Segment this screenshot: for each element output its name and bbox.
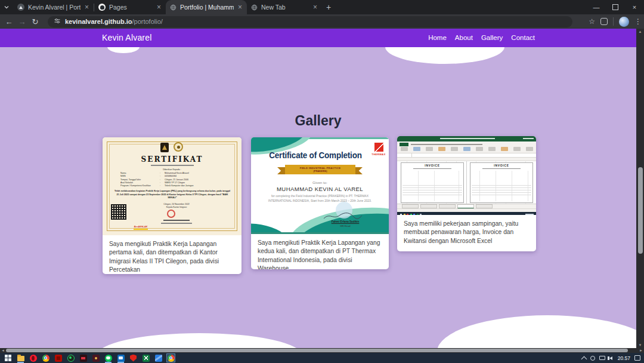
antivirus-shield-icon[interactable] — [129, 354, 137, 362]
maximize-button[interactable] — [606, 0, 625, 14]
dark-red-app-icon[interactable] — [79, 354, 87, 362]
thermax-logo-icon — [374, 143, 383, 152]
certificate-title: SERTIFIKAT — [103, 155, 242, 164]
certificate-given-label: Diberikan Kepada : — [103, 168, 242, 171]
site-nav: Home About Gallery Contact — [428, 34, 535, 41]
certificate-body-text: for completing the Field Industrial Prac… — [259, 194, 380, 203]
gallery-section-title: Gallery — [0, 113, 636, 129]
invoice-table-left: INVOICE — [401, 162, 464, 203]
scroll-left-arrow-icon[interactable]: ◄ — [1, 348, 5, 353]
certificate-body-text: Telah melaksanakan kegiatan Praktik Kerj… — [114, 190, 231, 200]
forward-button[interactable]: → — [16, 15, 29, 28]
nav-link-gallery[interactable]: Gallery — [481, 34, 503, 41]
certificate-signer-title: Kepala Kantor Imigrasi — [141, 206, 212, 208]
new-tab-button[interactable]: + — [322, 0, 335, 14]
vscode-icon[interactable] — [154, 354, 162, 362]
nav-link-contact[interactable]: Contact — [511, 34, 535, 41]
excel-screenshot-image[interactable]: INVOICE INVOICE — [397, 136, 536, 215]
berakhlak-logo: BerAKHLAK — [134, 225, 148, 230]
invoice-rows-placeholder — [472, 171, 531, 201]
close-window-button[interactable]: × — [625, 0, 644, 14]
site-brand[interactable]: Kevin Alvarel — [102, 33, 152, 42]
action-center-icon[interactable] — [634, 355, 640, 361]
kemenkumham-logo — [152, 225, 169, 230]
scroll-up-arrow-icon[interactable]: ▲ — [636, 30, 644, 33]
file-explorer-icon[interactable] — [17, 354, 24, 362]
tab-close-icon[interactable]: × — [237, 4, 243, 11]
certificate-thermax-image[interactable]: THERMAX Certificate of Completion FIELD … — [251, 137, 389, 234]
tab-close-icon[interactable]: × — [156, 4, 162, 11]
tab-close-icon[interactable]: × — [84, 4, 89, 11]
tab-favicon-portfolio-icon — [17, 4, 24, 11]
card-caption: Saya mengikuti Praktik Kerja Lapangan ya… — [251, 234, 389, 269]
back-button[interactable]: ← — [2, 15, 16, 28]
profile-avatar[interactable] — [619, 17, 629, 27]
tab-search-chevron-icon[interactable] — [0, 0, 13, 14]
globe-favicon-icon — [170, 4, 177, 11]
windows-start-icon[interactable] — [4, 354, 12, 362]
tab-new-tab[interactable]: New Tab × — [247, 0, 322, 14]
certificate-title: Certificate of Completion — [261, 150, 370, 160]
bottom-wave-hill — [97, 333, 302, 348]
tab-github-pages[interactable]: Pages × — [94, 0, 166, 14]
volume-icon[interactable] — [609, 356, 612, 360]
horizontal-scrollbar-thumb[interactable] — [6, 349, 628, 352]
adobe-app-icon[interactable] — [54, 354, 62, 362]
excel-title-bar — [397, 136, 536, 141]
cert-bottom-strip — [251, 232, 389, 234]
bookmark-star-icon[interactable]: ☆ — [589, 18, 595, 25]
horizontal-scrollbar[interactable]: ◄ ► — [0, 348, 644, 353]
signer-name: Fahmi Erfana Sadikin — [321, 220, 369, 223]
gold-banner: FIELD INDUSTRIAL PRACTICE (PRAKERIN) — [285, 165, 355, 174]
tab-close-icon[interactable]: × — [312, 4, 318, 11]
nav-link-home[interactable]: Home — [428, 34, 447, 41]
certificate-imigrasi-image[interactable]: SERTIFIKAT Diberikan Kepada : Nama:Muham… — [103, 137, 242, 235]
vertical-scrollbar-thumb[interactable] — [638, 167, 643, 254]
excel-app-icon[interactable] — [142, 354, 150, 362]
mail-app-icon[interactable] — [117, 354, 125, 362]
browser-menu-icon[interactable]: ⋮ — [634, 18, 642, 25]
banner-line2: (PRAKERIN) — [314, 170, 327, 173]
bottom-wave-hill — [437, 315, 636, 348]
minimize-button[interactable]: — — [587, 0, 606, 14]
card-caption: Saya mengikuti Praktik Kerja Lapangan pe… — [103, 235, 242, 274]
tray-expand-chevron-icon[interactable] — [581, 356, 587, 362]
address-bar[interactable]: kevinalvarel.github.io/portofolio/ — [48, 16, 572, 27]
toolbar-right-icons: ☆ ⋮ — [589, 14, 642, 29]
whatsapp-icon[interactable] — [67, 354, 75, 362]
certificate-fields: Nama:Muhammad Kevin Alvarel NISN:0056860… — [120, 172, 194, 188]
extensions-icon[interactable] — [600, 18, 608, 25]
informasi-hukum-logo — [173, 225, 190, 230]
browser-toolbar: ← → ↻ kevinalvarel.github.io/portofolio/ — [0, 14, 644, 29]
tray-app-icon[interactable] — [590, 356, 595, 361]
excel-grid: INVOICE INVOICE — [397, 161, 536, 204]
ministry-emblem-icon — [174, 142, 183, 152]
opera-icon[interactable] — [29, 354, 37, 362]
site-settings-icon[interactable] — [54, 16, 61, 27]
reload-button[interactable]: ↻ — [29, 15, 42, 28]
chrome-icon[interactable] — [42, 354, 49, 362]
url-host: kevinalvarel.github.io — [65, 18, 132, 25]
network-icon[interactable] — [599, 356, 605, 360]
scroll-down-arrow-icon[interactable]: ▼ — [636, 343, 644, 347]
page-content: Gallery SERTIFIKAT Diberikan Kepada : Na… — [0, 47, 636, 348]
taskbar-clock[interactable]: 20.57 — [618, 355, 630, 361]
gallery-card-imigrasi: SERTIFIKAT Diberikan Kepada : Nama:Muham… — [103, 137, 242, 274]
field-label: Program / Kompetensi Keahlian — [120, 184, 160, 187]
signer-role: HR Head — [321, 224, 369, 227]
scroll-right-arrow-icon[interactable]: ► — [639, 348, 643, 353]
tab-portfolio-active[interactable]: Portfolio | Muhammad Kevin Al × — [166, 0, 247, 14]
screenshot-taskbar — [397, 212, 536, 215]
red-stamp — [167, 210, 175, 218]
vertical-scrollbar[interactable]: ▲ ▼ — [636, 29, 644, 348]
toolbar-divider — [613, 17, 614, 26]
maroon-app-icon[interactable] — [92, 354, 100, 362]
recipient-name: MUHAMMAD KEVIN AL VAREL — [251, 186, 389, 192]
gallery-card-thermax: THERMAX Certificate of Completion FIELD … — [251, 137, 389, 269]
chrome-active-icon[interactable] — [167, 354, 175, 362]
nav-link-about[interactable]: About — [455, 34, 473, 41]
signature-name-placeholder — [163, 220, 190, 221]
tab-portofolio[interactable]: Kevin Alvarel | Portofolio × — [13, 0, 94, 14]
field-value: Teknik Komputer dan Jaringan — [165, 184, 194, 187]
line-messenger-icon[interactable] — [104, 354, 112, 362]
